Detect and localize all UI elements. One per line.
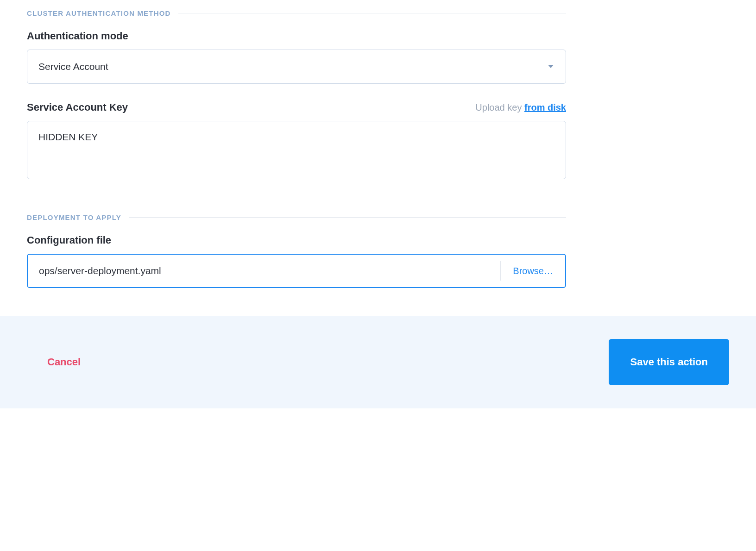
section-header-label: CLUSTER AUTHENTICATION METHOD	[27, 9, 171, 17]
browse-button[interactable]: Browse…	[501, 255, 565, 287]
section-header-divider	[129, 217, 566, 218]
upload-key-text: Upload key	[475, 102, 522, 113]
config-file-input-wrapper[interactable]: Browse…	[27, 254, 566, 288]
field-config-file: Configuration file Browse…	[27, 234, 566, 288]
upload-key-hint: Upload key from disk	[475, 102, 566, 113]
auth-mode-select[interactable]: Service Account	[27, 50, 566, 84]
config-file-label: Configuration file	[27, 234, 111, 246]
cancel-button[interactable]: Cancel	[27, 350, 101, 375]
service-account-key-input[interactable]	[27, 121, 566, 179]
section-header-divider	[178, 13, 566, 13]
footer-bar: Cancel Save this action	[0, 316, 756, 408]
auth-mode-label: Authentication mode	[27, 30, 128, 42]
config-file-input[interactable]	[28, 255, 500, 287]
auth-mode-select-button[interactable]: Service Account	[27, 50, 566, 84]
auth-mode-value: Service Account	[38, 61, 108, 72]
section-header-deployment: DEPLOYMENT TO APPLY	[27, 213, 566, 221]
field-service-account-key: Service Account Key Upload key from disk	[27, 101, 566, 181]
section-header-auth: CLUSTER AUTHENTICATION METHOD	[27, 9, 566, 17]
field-auth-mode: Authentication mode Service Account	[27, 30, 566, 84]
service-account-key-label: Service Account Key	[27, 101, 128, 113]
upload-from-disk-link[interactable]: from disk	[524, 102, 566, 113]
save-button[interactable]: Save this action	[609, 339, 729, 385]
section-header-label: DEPLOYMENT TO APPLY	[27, 213, 121, 221]
